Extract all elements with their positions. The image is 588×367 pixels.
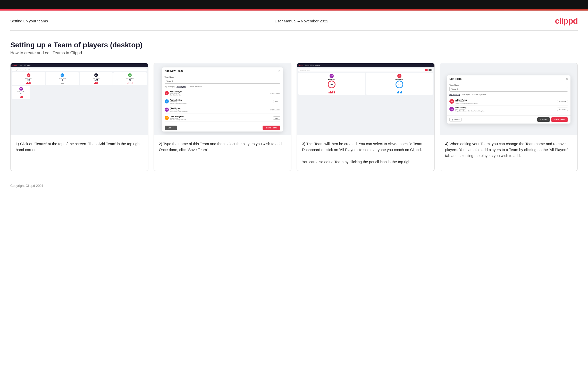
ss4-modal: Edit Team ✕ Team Name * Team A My Team (… — [447, 75, 570, 124]
ss4-avatar-1: AP — [449, 99, 454, 104]
ss4-cancel-button[interactable]: Cancel — [537, 117, 550, 122]
ss4-player-details-2: Blair McHarg Plus Handicap Royal North D… — [455, 107, 484, 112]
ss4-tab-my-team[interactable]: My Team (2) — [449, 94, 460, 96]
ss2-player-info-2: AC Adrian Coliba 1 Handicap Central Lond… — [165, 99, 187, 104]
ss2-cancel-button[interactable]: Cancel — [165, 126, 177, 130]
ss1-avatar-3: BM — [94, 73, 98, 77]
card-1-screenshot: clippd Home My Teams Viewing 6 out of 6 … — [11, 63, 148, 135]
ss4-modal-header: Edit Team ✕ — [447, 75, 570, 82]
ss1-player-card-2: AC Adrian Coliba 0 — [46, 72, 79, 85]
ss2-player-info-1: AP Adrian Player Plus Handicap The Shire… — [165, 91, 182, 96]
page-subtitle: How to create and edit Teams in Clippd — [10, 51, 578, 55]
ss3-mockup: clippd Home My Performance Team A — All … — [297, 63, 434, 135]
ss1-player-card-4: DB Dave Billingham 78 — [113, 72, 146, 85]
ss4-tab-all-players[interactable]: All Players — [462, 94, 470, 95]
ss3-bar — [398, 91, 399, 93]
top-bar — [0, 0, 588, 9]
ss4-team-name-label: Team Name * — [449, 84, 568, 86]
ss1-nav-teams: My Teams — [24, 64, 30, 66]
ss4-player-info-1: AP Adrian Player Plus Handicap The Shire… — [449, 99, 477, 104]
card-4-description: 4) When editing your Team, you can chang… — [440, 135, 578, 171]
cards-row: clippd Home My Teams Viewing 6 out of 6 … — [0, 63, 588, 181]
ss3-settings-btn[interactable]: ⚙ — [429, 69, 432, 71]
ss1-players-grid: AP Adrian Collins 84 — [12, 72, 147, 85]
ss3-bars2-2 — [397, 90, 402, 93]
ss4-player-info-2: BM Blair McHarg Plus Handicap Royal Nort… — [449, 107, 484, 112]
ss2-added-3: Player Added — [270, 109, 280, 111]
ss2-pdetail-4b: The Dog Maing Golf Club — [170, 119, 186, 120]
ss1-score-1: 84 — [28, 79, 30, 81]
ss3-panel-name-2: Richard Butler — [396, 79, 404, 80]
ss3-filter-text: Team A — All Players — [300, 69, 309, 71]
ss1-bars-5 — [20, 95, 23, 98]
ss2-add-btn-4[interactable]: Add — [273, 116, 280, 120]
ss3-bar — [401, 91, 402, 93]
ss3-bar — [334, 91, 335, 93]
card-1: clippd Home My Teams Viewing 6 out of 6 … — [10, 63, 148, 171]
ss3-bar — [329, 92, 330, 93]
ss4-mockup: Edit Team ✕ Team Name * Team A My Team (… — [440, 63, 578, 135]
ss2-tab-my-team[interactable]: My Team (2) — [165, 86, 175, 88]
ss4-delete-button[interactable]: 🗑 Delete — [449, 118, 462, 121]
page-title-section: Setting up a Team of players (desktop) H… — [0, 31, 588, 63]
ss2-player-row-2: AC Adrian Coliba 1 Handicap Central Lond… — [165, 98, 280, 105]
ss4-save-button[interactable]: Save Team — [551, 117, 568, 122]
ss4-team-name-input[interactable]: Team A — [449, 87, 568, 92]
ss2-player-info-4: DB Dave Billingham 3.5 Handicap The Dog … — [165, 116, 186, 120]
ss4-avatar-2: BM — [449, 107, 454, 111]
ss4-pdetail-2b: Royal North Devon Golf Club, United King… — [455, 110, 484, 112]
ss3-dashboard-panels: BM Blair McHarg 94 — [298, 73, 433, 95]
copyright-text: Copyright Clippd 2021 — [10, 184, 44, 188]
page-header: Setting up your teams User Manual – Nove… — [0, 11, 588, 30]
ss4-footer-actions: Cancel Save Team — [537, 117, 568, 122]
ss4-remove-btn-1[interactable]: Remove — [557, 100, 568, 103]
ss1-bar — [26, 83, 27, 84]
ss4-delete-label: Delete — [454, 119, 459, 120]
card-3-description: 3) This Team will then be created. You c… — [297, 135, 434, 171]
card-2-screenshot: Add New Team ✕ Team Name * Team A My Tea… — [154, 63, 291, 135]
ss2-modal-header: Add New Team ✕ — [162, 67, 283, 74]
ss2-added-1: Player Added — [270, 92, 280, 94]
ss2-save-button[interactable]: Save Team — [263, 126, 280, 130]
ss2-team-name-label: Team Name * — [165, 76, 280, 78]
ss2-close-icon[interactable]: ✕ — [278, 69, 280, 72]
ss1-avatar-1: AP — [27, 73, 30, 77]
ss2-pname-4: Dave Billingham — [170, 116, 186, 117]
card-4-screenshot: Edit Team ✕ Team Name * Team A My Team (… — [440, 63, 578, 135]
ss1-body: Viewing 6 out of 6 players from: All Pla… — [11, 67, 148, 135]
page-footer: Copyright Clippd 2021 — [0, 181, 588, 193]
ss3-pencil-btn[interactable]: ✎ — [425, 69, 428, 71]
ss4-filter-by-name: Filter by name — [474, 94, 486, 95]
ss2-pdetail-2b: Central London Golf Centre — [170, 102, 187, 104]
ss2-pname-1: Adrian Player — [170, 91, 182, 93]
ss3-panel-2: AP Richard Butler 72 — [366, 73, 433, 95]
ss1-bars-3 — [94, 82, 98, 84]
ss1-score-2: 0 — [62, 79, 63, 81]
card-3-text-p2: You can also edit a Team by clicking the… — [302, 160, 413, 164]
ss4-player-details-1: Adrian Player Plus Handicap The Shire Lo… — [455, 99, 477, 104]
ss2-add-btn-2[interactable]: Add — [273, 100, 280, 103]
ss3-filter-row: Team A — All Players ✎ ⚙ — [298, 68, 433, 72]
ss2-player-details-4: Dave Billingham 3.5 Handicap The Dog Mai… — [170, 116, 186, 120]
ss1-player-card-5: RB Richard Butler 72 — [12, 86, 30, 99]
ss2-avatar-1: AP — [165, 91, 169, 95]
ss4-pname-1: Adrian Player — [455, 99, 477, 101]
ss2-filter-by: ☐ Filter by name — [188, 86, 201, 88]
ss1-filter-text: Viewing 6 out of 6 players from: All Pla… — [13, 69, 33, 71]
ss2-team-name-input[interactable]: Team A — [165, 79, 280, 84]
ss3-panel-name-1: Blair McHarg — [328, 79, 335, 80]
ss1-bars-1 — [26, 82, 31, 84]
ss4-remove-btn-2[interactable]: Remove — [557, 108, 568, 111]
ss1-player-card-3: BM Blair McHarg 194 — [80, 72, 113, 85]
ss2-pname-3: Blair McHarg — [170, 107, 188, 109]
header-center-label: User Manual – November 2022 — [275, 19, 328, 23]
ss4-close-icon[interactable]: ✕ — [566, 77, 568, 80]
ss2-player-row-1: AP Adrian Player Plus Handicap The Shire… — [165, 90, 280, 97]
ss3-bar — [332, 91, 333, 93]
ss1-avatar-4: DB — [128, 73, 132, 77]
ss1-bar — [28, 83, 29, 84]
ss1-score-5: 72 — [20, 92, 22, 95]
ss2-tab-all-players[interactable]: All Players — [177, 86, 186, 88]
ss2-modal-footer: Cancel Save Team — [162, 124, 283, 132]
ss3-bar — [400, 92, 401, 93]
